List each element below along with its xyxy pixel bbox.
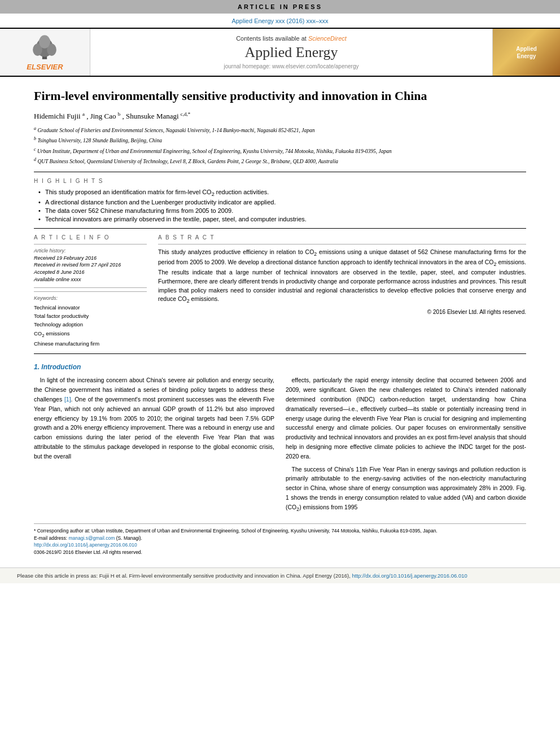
- keyword-2: Total factor productivity: [34, 312, 147, 320]
- keyword-1: Technical innovator: [34, 303, 147, 312]
- intro-para-2: effects, particularly the rapid energy i…: [286, 375, 526, 461]
- keyword-5: Chinese manufacturing firm: [34, 339, 147, 348]
- corresponding-author-note: * Corresponding author at: Urban Institu…: [34, 527, 526, 535]
- banner-text: ARTICLE IN PRESS: [238, 3, 322, 10]
- abstract-column: A B S T R A C T This study analyzes prod…: [158, 234, 526, 348]
- highlight-item-4: Technical innovators are primarily obser…: [38, 216, 526, 222]
- doi-link[interactable]: http://dx.doi.org/10.1016/j.apenergy.201…: [34, 542, 137, 548]
- affil-4: d QUT Business School, Queensland Univer…: [34, 156, 526, 165]
- intro-para-3: The success of China's 11th Five Year Pl…: [286, 465, 526, 513]
- sciencedirect-line: Contents lists available at ScienceDirec…: [236, 35, 347, 42]
- keywords-label: Keywords:: [34, 295, 147, 301]
- affil-3-sup: c: [34, 147, 36, 152]
- journal-homepage: journal homepage: www.elsevier.com/locat…: [224, 63, 358, 69]
- intro-heading: 1. Introduction: [34, 363, 526, 371]
- doi-line: http://dx.doi.org/10.1016/j.apenergy.201…: [34, 541, 526, 549]
- affil-1-text: Graduate School of Fisheries and Environ…: [37, 128, 314, 133]
- abstract-label: A B S T R A C T: [158, 234, 526, 241]
- journal-title: Applied Energy: [245, 44, 338, 61]
- citation-doi-link[interactable]: http://dx.doi.org/10.1016/j.apenergy.201…: [352, 573, 467, 579]
- highlight-item-1: This study proposed an identification ma…: [38, 189, 526, 197]
- affil-4-text: QUT Business School, Queensland Universi…: [37, 159, 338, 164]
- highlight-item-3: The data cover 562 Chinese manufacturing…: [38, 207, 526, 214]
- revised-date: Received in revised form 27 April 2016: [34, 261, 147, 269]
- affil-3-text: Urban Institute, Department of Urban and…: [37, 148, 392, 154]
- article-title: Firm-level environmentally sensitive pro…: [34, 88, 526, 104]
- accepted-date: Accepted 8 June 2016: [34, 269, 147, 276]
- affil-1: a Graduate School of Fisheries and Envir…: [34, 125, 526, 134]
- affil-2-text: Tsinghua University, 128 Shunde Building…: [37, 138, 162, 143]
- info-abstract-columns: A R T I C L E I N F O Article history: R…: [34, 234, 526, 348]
- abstract-divider: [158, 244, 526, 244]
- available-date: Available online xxxx: [34, 276, 147, 283]
- email-link[interactable]: managi.s@gmail.com: [68, 535, 115, 541]
- divider-1: [34, 172, 526, 172]
- keyword-4: CO2 emissions: [34, 329, 147, 340]
- email-label: E-mail address:: [34, 535, 67, 541]
- highlights-list: This study proposed an identification ma…: [34, 189, 526, 222]
- article-in-press-banner: ARTICLE IN PRESS: [0, 0, 560, 14]
- author-1-name: Hidemichi Fujii: [34, 112, 82, 120]
- sciencedirect-link[interactable]: ScienceDirect: [308, 35, 347, 42]
- divider-2: [34, 228, 526, 229]
- author-1-sup: a: [82, 111, 85, 117]
- author-2-sup: b: [118, 111, 121, 117]
- highlight-item-2: A directional distance function and the …: [38, 199, 526, 206]
- article-history: Article history: Received 19 February 20…: [34, 248, 147, 283]
- affil-2-sup: b: [34, 136, 36, 141]
- badge-line1: Applied: [516, 45, 537, 53]
- elsevier-brand-name: ELSEVIER: [27, 63, 63, 71]
- received-date: Received 19 February 2016: [34, 255, 147, 262]
- author-3-name: Shunsuke Managi: [126, 112, 181, 120]
- elsevier-tree-logo: ELSEVIER: [27, 33, 63, 71]
- elsevier-logo-area: ELSEVIER: [0, 29, 90, 76]
- copyright-line: © 2016 Elsevier Ltd. All rights reserved…: [158, 309, 526, 315]
- introduction-section: 1. Introduction In light of the increasi…: [34, 363, 526, 516]
- article-info-column: A R T I C L E I N F O Article history: R…: [34, 234, 147, 348]
- keywords-divider: [34, 291, 147, 292]
- keyword-3: Technology adoption: [34, 320, 147, 329]
- intro-two-col: In light of the increasing concern about…: [34, 375, 526, 516]
- contents-text: Contents lists available at: [236, 35, 307, 42]
- applied-energy-logo: Applied Energy: [492, 29, 560, 76]
- journal-center-header: Contents lists available at ScienceDirec…: [90, 29, 492, 76]
- svg-point-4: [39, 35, 50, 48]
- elsevier-svg: [28, 33, 62, 62]
- citation-bar: Please cite this article in press as: Fu…: [0, 567, 560, 583]
- citation-text: Please cite this article in press as: Fu…: [17, 573, 351, 579]
- intro-para-1: In light of the increasing concern about…: [34, 375, 274, 461]
- ref-1[interactable]: [1]: [64, 396, 71, 403]
- affil-2: b Tsinghua University, 128 Shunde Buildi…: [34, 136, 526, 145]
- email-name: (S. Managi).: [116, 535, 142, 541]
- main-content: Firm-level environmentally sensitive pro…: [0, 77, 560, 567]
- intro-left-col: In light of the increasing concern about…: [34, 375, 274, 516]
- corresponding-text: Corresponding author at: Urban Institute…: [37, 528, 438, 534]
- author-3-sup: c,d,*: [181, 111, 191, 117]
- affil-1-sup: a: [34, 126, 36, 131]
- header-bar: ELSEVIER Contents lists available at Sci…: [0, 28, 560, 77]
- badge-line2: Energy: [516, 53, 537, 60]
- article-info-label: A R T I C L E I N F O: [34, 234, 147, 241]
- journal-volume-link[interactable]: Applied Energy xxx (2016) xxx–xxx: [231, 18, 328, 24]
- issn-line: 0306-2619/© 2016 Elsevier Ltd. All right…: [34, 549, 526, 556]
- info-divider: [34, 244, 147, 244]
- affil-3: c Urban Institute, Department of Urban a…: [34, 146, 526, 155]
- history-label: Article history:: [34, 248, 147, 254]
- applied-energy-badge-text: Applied Energy: [516, 45, 537, 60]
- page-wrapper: ARTICLE IN PRESS Applied Energy xxx (201…: [0, 0, 560, 747]
- author-2-name: Jing Cao: [90, 112, 118, 120]
- affiliations: a Graduate School of Fisheries and Envir…: [34, 125, 526, 166]
- affil-4-sup: d: [34, 157, 36, 162]
- divider-3: [34, 353, 526, 354]
- intro-right-col: effects, particularly the rapid energy i…: [286, 375, 526, 516]
- email-line: E-mail address: managi.s@gmail.com (S. M…: [34, 535, 526, 542]
- footnote-area: * Corresponding author at: Urban Institu…: [34, 523, 526, 556]
- highlights-label: H I G H L I G H T S: [34, 178, 526, 184]
- keywords-section: Keywords: Technical innovator Total fact…: [34, 287, 147, 348]
- journal-header: Applied Energy xxx (2016) xxx–xxx: [0, 14, 560, 25]
- abstract-text: This study analyzes productive efficienc…: [158, 248, 526, 305]
- authors-line: Hidemichi Fujii a , Jing Cao b , Shunsuk…: [34, 111, 526, 121]
